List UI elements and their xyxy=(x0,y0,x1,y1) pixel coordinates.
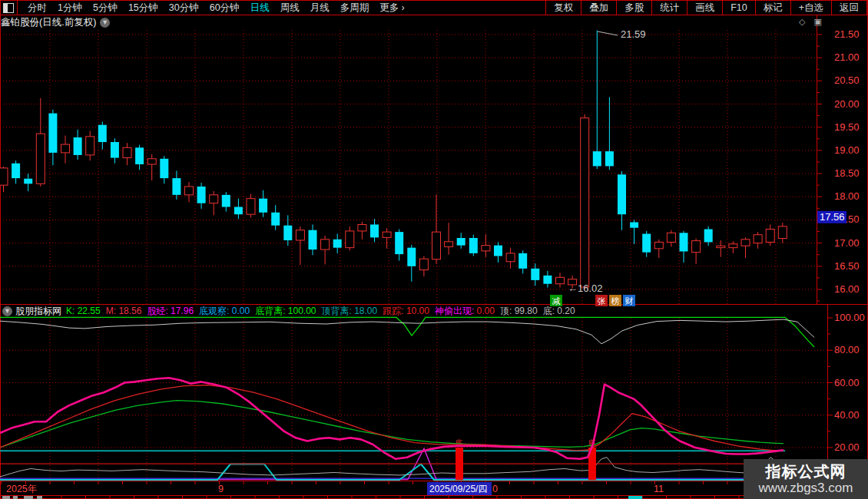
split-window-icon[interactable] xyxy=(3,3,14,13)
tool-button-8[interactable]: 返回 xyxy=(831,1,867,15)
candle-19 xyxy=(234,199,243,220)
period-tab-1[interactable]: 1分钟 xyxy=(52,2,88,13)
axis-highlight xyxy=(628,496,642,499)
candle-2 xyxy=(24,173,32,191)
date-label-2: 0 xyxy=(492,484,498,494)
candle-61 xyxy=(754,232,762,249)
tool-button-1[interactable]: 叠加 xyxy=(581,1,616,15)
candle-45 xyxy=(556,273,565,287)
period-tab-6[interactable]: 日线 xyxy=(245,2,275,13)
title-bar: 鑫铂股份(日线.前复权) ▼ xyxy=(1,15,815,29)
indicator-tick-label: 100.00 xyxy=(834,312,865,323)
candle-56 xyxy=(692,239,701,264)
price-tick-label: 17.00 xyxy=(834,237,860,249)
candle-29 xyxy=(358,222,366,240)
signal-bar-0 xyxy=(456,448,463,480)
period-tab-5[interactable]: 60分钟 xyxy=(204,2,245,13)
indicator-tick-label: 40.00 xyxy=(834,409,860,421)
period-tab-8[interactable]: 月线 xyxy=(305,2,335,13)
selected-date-label: 2025/09/25/四 xyxy=(429,484,487,494)
candle-39 xyxy=(482,234,490,257)
price-tick-label: 16.00 xyxy=(834,283,860,295)
candle-18 xyxy=(222,192,230,211)
indicator-value-6: 跟踪: 10.00 xyxy=(383,306,429,316)
tool-button-3[interactable]: 统计 xyxy=(651,1,687,15)
candle-50 xyxy=(618,171,626,230)
price-tick-label: 20.00 xyxy=(834,98,860,110)
candle-54 xyxy=(667,230,675,247)
chevron-down-icon[interactable]: ▼ xyxy=(2,306,12,316)
candle-41 xyxy=(506,248,515,269)
candle-37 xyxy=(457,233,465,249)
candle-47 xyxy=(581,114,589,289)
candle-5 xyxy=(61,136,70,164)
indicator-name: 股朋指标网 xyxy=(15,305,61,318)
period-tab-4[interactable]: 30分钟 xyxy=(164,2,204,13)
candle-60 xyxy=(741,237,750,258)
tools-menu: 复权叠加多股统计画线F10标记+自选返回 xyxy=(545,1,867,15)
price-tick-label: 18.00 xyxy=(834,190,860,202)
indicator-line-M xyxy=(0,385,784,451)
clipped-toolbar-fragment xyxy=(24,496,33,499)
tool-button-2[interactable]: 多股 xyxy=(616,1,651,15)
date-label-3: 11 xyxy=(654,484,664,494)
window-mini-icons[interactable]: ◇ ▣ xyxy=(799,17,825,27)
candle-53 xyxy=(654,240,663,258)
candle-15 xyxy=(185,182,194,203)
chevron-down-icon[interactable]: ▼ xyxy=(100,18,110,28)
indicator-value-1: M: 18.56 xyxy=(106,306,142,316)
candle-43 xyxy=(531,263,539,286)
price-annotation-1: ←16.02 xyxy=(568,283,603,294)
tool-button-6[interactable]: 标记 xyxy=(755,1,790,15)
tool-button-4[interactable]: 画线 xyxy=(687,1,722,15)
period-menu: 分时1分钟5分钟15分钟30分钟60分钟日线周线月线多周期更多 › xyxy=(22,2,410,15)
indicator-value-0: K: 22.55 xyxy=(66,306,101,316)
candle-0 xyxy=(0,167,8,192)
clipped-toolbar-fragment xyxy=(2,496,10,499)
period-tab-7[interactable]: 周线 xyxy=(275,2,305,13)
indicator-line-股经 xyxy=(0,378,784,459)
period-tab-0[interactable]: 分时 xyxy=(22,2,52,13)
price-tick-label: 21.50 xyxy=(834,28,860,40)
indicator-value-9: 底: 0.20 xyxy=(543,306,575,316)
period-tab-3[interactable]: 15分钟 xyxy=(123,2,164,13)
period-tab-2[interactable]: 5分钟 xyxy=(88,2,123,13)
candle-32 xyxy=(395,230,403,261)
candle-48 xyxy=(593,31,601,169)
candle-40 xyxy=(494,242,502,263)
chart-canvas[interactable]: 21.5021.0020.5020.0019.5019.0018.5018.00… xyxy=(0,0,868,499)
candle-3 xyxy=(36,98,45,187)
price-tick-label: 16.50 xyxy=(834,260,860,272)
candle-34 xyxy=(419,256,428,277)
candle-7 xyxy=(86,131,94,161)
period-tab-9[interactable]: 多周期 xyxy=(335,2,375,13)
price-tick-label: 20.50 xyxy=(834,74,860,86)
top-menubar: 分时1分钟5分钟15分钟30分钟60分钟日线周线月线多周期更多 › 复权叠加多股… xyxy=(1,1,867,15)
price-annotation-0: 21.59 xyxy=(621,28,646,40)
annotation-arrow xyxy=(598,31,618,35)
date-label-0: 2025年 xyxy=(6,484,37,494)
candle-58 xyxy=(717,240,725,257)
candle-44 xyxy=(543,271,552,288)
candle-35 xyxy=(432,194,441,264)
candle-63 xyxy=(778,223,787,243)
period-tab-10[interactable]: 更多 › xyxy=(374,2,410,13)
clipped-toolbar-fragment xyxy=(13,496,18,499)
watermark: 指标公式网 www.zbgs3.com xyxy=(744,459,868,499)
candle-6 xyxy=(74,130,82,160)
tool-button-0[interactable]: 复权 xyxy=(545,1,581,15)
watermark-url: www.zbgs3.com xyxy=(759,481,853,496)
candle-9 xyxy=(111,138,119,164)
candle-31 xyxy=(383,228,391,249)
indicator-value-4: 底背离: 100.00 xyxy=(255,306,316,316)
indicator-value-7: 神偷出现: 0.00 xyxy=(435,306,495,316)
indicator-line-底观察 xyxy=(0,464,826,481)
candle-55 xyxy=(680,231,688,263)
price-tick-label: 21.00 xyxy=(834,51,860,63)
indicator-line-K xyxy=(0,401,784,448)
candle-8 xyxy=(98,121,107,149)
candle-11 xyxy=(135,145,144,170)
stock-title: 鑫铂股份(日线.前复权) xyxy=(1,16,96,29)
tool-button-5[interactable]: F10 xyxy=(722,1,755,15)
tool-button-7[interactable]: +自选 xyxy=(790,1,831,15)
